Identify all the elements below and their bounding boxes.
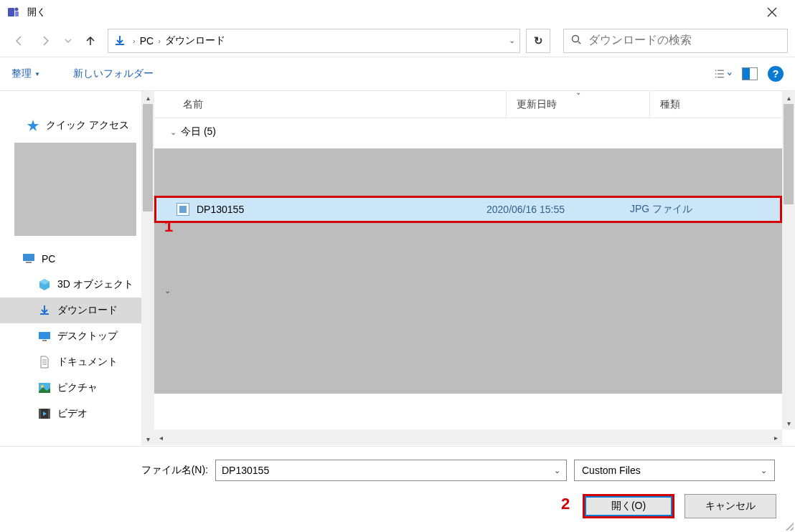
chevron-down-icon[interactable]: ⌄ [164, 286, 171, 295]
scroll-down-icon[interactable]: ▾ [782, 417, 795, 429]
chevron-down-icon: ⌄ [170, 128, 177, 137]
file-scrollbar-horizontal[interactable]: ◂ ▸ [154, 429, 782, 445]
group-today[interactable]: ⌄今日 (5) [154, 118, 782, 144]
sidebar-item-videos[interactable]: ビデオ [0, 401, 154, 427]
forward-button[interactable] [34, 29, 57, 52]
svg-rect-12 [26, 262, 32, 263]
breadcrumb-downloads[interactable]: ダウンロード [162, 34, 228, 47]
desktop-icon [37, 330, 52, 343]
scroll-thumb[interactable] [784, 104, 794, 204]
svg-rect-3 [116, 44, 124, 45]
svg-rect-22 [39, 409, 41, 419]
new-folder-button[interactable]: 新しいフォルダー [73, 67, 154, 80]
file-date: 2020/06/16 15:55 [486, 204, 630, 215]
sidebar-pc[interactable]: PC [0, 246, 154, 272]
chevron-down-icon[interactable]: ⌄ [761, 466, 767, 475]
file-list-pane: 名前 ⌄更新日時 種類 ⌄今日 (5) DP130155 2020/06/16 … [154, 91, 795, 445]
redacted-area [154, 148, 782, 196]
organize-menu[interactable]: 整理▼ [11, 67, 40, 80]
scroll-left-icon[interactable]: ◂ [154, 434, 167, 442]
file-scrollbar-vertical[interactable]: ▴ ▾ [782, 91, 795, 429]
chevron-down-icon[interactable]: ⌄ [554, 466, 560, 475]
downloads-icon [37, 304, 52, 317]
scroll-up-icon[interactable]: ▴ [782, 91, 795, 104]
app-icon [7, 6, 20, 19]
scroll-right-icon[interactable]: ▸ [769, 434, 782, 442]
sidebar-item-downloads[interactable]: ダウンロード [0, 298, 154, 323]
annotation-1: 1 [164, 217, 173, 236]
svg-point-4 [573, 35, 579, 42]
file-type: JPG ファイル [630, 203, 780, 216]
recent-dropdown[interactable] [62, 29, 75, 52]
videos-icon [37, 407, 52, 420]
file-row-selected[interactable]: DP130155 2020/06/16 15:55 JPG ファイル [154, 196, 782, 223]
filetype-select[interactable]: Custom Files⌄ [574, 460, 775, 481]
filename-input[interactable]: DP130155⌄ [215, 460, 567, 481]
svg-rect-15 [42, 340, 47, 341]
breadcrumb-sep-icon: › [131, 37, 137, 45]
scroll-up-icon[interactable]: ▴ [141, 91, 154, 104]
sidebar-item-desktop[interactable]: デスクトップ [0, 323, 154, 349]
refresh-button[interactable]: ↻ [526, 29, 550, 53]
image-file-icon [177, 203, 189, 216]
up-button[interactable] [79, 29, 102, 52]
sidebar-scrollbar[interactable]: ▴ ▾ [141, 91, 154, 445]
view-options-button[interactable] [715, 67, 732, 81]
scroll-down-icon[interactable]: ▾ [141, 432, 154, 445]
column-name[interactable]: 名前 [183, 98, 506, 111]
search-placeholder: ダウンロードの検索 [588, 33, 692, 48]
sort-desc-icon: ⌄ [575, 88, 581, 96]
sidebar-quick-access[interactable]: クイック アクセス [0, 113, 154, 138]
nav-bar: › PC › ダウンロード ⌄ ↻ ダウンロードの検索 [0, 24, 795, 57]
annotation-2: 2 [561, 495, 570, 513]
close-button[interactable] [756, 1, 788, 23]
redacted-area [154, 223, 782, 394]
document-icon [37, 356, 52, 369]
address-history-icon[interactable]: ⌄ [509, 36, 515, 45]
sidebar-item-documents[interactable]: ドキュメント [0, 349, 154, 375]
preview-pane-button[interactable] [742, 67, 758, 80]
svg-rect-11 [23, 254, 34, 261]
svg-rect-23 [48, 409, 50, 419]
open-button[interactable]: 開く(O) [583, 494, 674, 518]
sidebar: クイック アクセス PC 3D オブジェクト ダウンロード デスクトップ ドキュ… [0, 91, 154, 445]
pictures-icon [37, 381, 52, 394]
cube-icon [37, 278, 52, 291]
breadcrumb-pc[interactable]: PC [137, 35, 156, 47]
column-type[interactable]: 種類 [649, 91, 795, 118]
column-headers: 名前 ⌄更新日時 種類 [154, 91, 795, 118]
file-name: DP130155 [197, 204, 486, 215]
pc-icon [22, 252, 36, 265]
search-icon [571, 34, 581, 47]
star-icon [26, 119, 40, 132]
help-button[interactable]: ? [768, 66, 784, 82]
window-title: 開く [27, 6, 46, 19]
address-bar[interactable]: › PC › ダウンロード ⌄ [108, 29, 520, 53]
footer: ファイル名(N): DP130155⌄ Custom Files⌄ 開く(O) … [0, 446, 795, 532]
cancel-button[interactable]: キャンセル [685, 494, 776, 518]
sidebar-item-pictures[interactable]: ピクチャ [0, 375, 154, 401]
svg-point-1 [15, 8, 19, 11]
title-bar: 開く [0, 0, 795, 24]
back-button[interactable] [7, 29, 30, 52]
toolbar: 整理▼ 新しいフォルダー ? [0, 57, 795, 91]
sidebar-preview-thumbnail [14, 143, 136, 236]
breadcrumb-sep-icon: › [156, 37, 162, 45]
svg-rect-0 [8, 8, 14, 16]
downloads-icon [113, 34, 127, 48]
scroll-thumb[interactable] [143, 104, 153, 212]
svg-rect-13 [40, 313, 49, 315]
column-date[interactable]: ⌄更新日時 [506, 91, 649, 118]
resize-grip[interactable] [784, 521, 794, 531]
filename-label: ファイル名(N): [0, 464, 215, 477]
svg-rect-14 [39, 332, 50, 339]
svg-rect-2 [15, 11, 19, 16]
sidebar-item-3d-objects[interactable]: 3D オブジェクト [0, 272, 154, 298]
search-input[interactable]: ダウンロードの検索 [563, 29, 788, 53]
